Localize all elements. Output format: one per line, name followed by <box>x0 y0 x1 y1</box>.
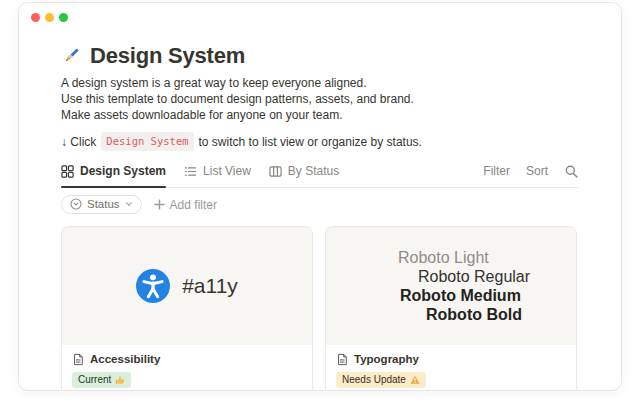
card-title-row: Accessibility <box>72 352 302 367</box>
font-sample-medium: Roboto Medium <box>400 286 576 305</box>
a11y-hashtag: #a11y <box>182 274 238 298</box>
view-tab-bar: Design System List View By Status Filter… <box>61 161 579 188</box>
font-sample-regular: Roboto Regular <box>418 267 576 286</box>
font-sample-light: Roboto Light <box>398 248 576 267</box>
card-cover: #a11y <box>62 227 312 344</box>
accessibility-icon <box>136 269 170 303</box>
card-typography[interactable]: Roboto Light Roboto Regular Roboto Mediu… <box>325 226 577 391</box>
filter-button[interactable]: Filter <box>483 164 510 178</box>
board-view-icon <box>269 165 282 178</box>
thumbs-up-icon <box>115 375 125 385</box>
hint-prefix: ↓ Click <box>61 134 96 150</box>
status-badge: Needs Update <box>336 372 426 388</box>
page-title-row: Design System <box>61 43 579 68</box>
search-icon <box>564 164 579 179</box>
status-chip-label: Status <box>87 198 120 210</box>
font-sample-bold: Roboto Bold <box>426 305 576 324</box>
tab-design-system[interactable]: Design System <box>61 161 166 187</box>
card-title: Accessibility <box>90 352 160 367</box>
card-footer: Typography Needs Update <box>326 344 576 391</box>
inline-code: Design System <box>101 132 193 151</box>
status-badge-label: Current <box>78 374 111 386</box>
view-actions: Filter Sort <box>483 164 579 185</box>
warning-icon <box>410 375 420 385</box>
tab-by-status[interactable]: By Status <box>269 161 339 187</box>
search-button[interactable] <box>564 164 579 179</box>
circle-chevron-down-icon <box>70 198 82 210</box>
card-accessibility[interactable]: #a11y Accessibility Current <box>61 226 313 391</box>
tab-label: By Status <box>288 164 339 179</box>
card-cover: Roboto Light Roboto Regular Roboto Mediu… <box>326 227 576 344</box>
gallery-view-icon <box>61 165 74 178</box>
tab-label: List View <box>203 164 251 179</box>
tab-label: Design System <box>80 164 166 179</box>
app-window: Design System A design system is a great… <box>18 2 622 391</box>
add-filter-label: Add filter <box>170 198 217 212</box>
description-line: A design system is a great way to keep e… <box>61 75 579 91</box>
gallery-view: #a11y Accessibility Current <box>61 226 579 391</box>
chevron-down-icon <box>125 200 133 208</box>
paintbrush-icon <box>61 46 81 66</box>
hint-suffix: to switch to list view or organize by st… <box>199 134 422 150</box>
page-icon <box>72 353 84 366</box>
plus-icon <box>154 199 165 210</box>
list-view-icon <box>184 165 197 178</box>
card-title-row: Typography <box>336 352 566 367</box>
status-badge-label: Needs Update <box>342 374 406 386</box>
minimize-button[interactable] <box>45 13 54 22</box>
tab-list-view[interactable]: List View <box>184 161 251 187</box>
close-button[interactable] <box>31 13 40 22</box>
page-icon <box>336 353 348 366</box>
hint-line: ↓ Click Design System to switch to list … <box>61 132 579 151</box>
maximize-button[interactable] <box>59 13 68 22</box>
window-controls <box>31 13 68 22</box>
card-footer: Accessibility Current <box>62 344 312 391</box>
window-titlebar <box>19 3 621 31</box>
filter-bar: Status Add filter <box>61 195 579 214</box>
page-description: A design system is a great way to keep e… <box>61 75 579 123</box>
status-badge: Current <box>72 372 131 388</box>
page-content: Design System A design system is a great… <box>19 43 621 391</box>
add-filter-button[interactable]: Add filter <box>154 198 217 212</box>
status-filter-chip[interactable]: Status <box>61 195 142 214</box>
sort-button[interactable]: Sort <box>526 164 548 178</box>
card-title: Typography <box>354 352 419 367</box>
description-line: Use this template to document design pat… <box>61 91 579 107</box>
page-title: Design System <box>90 43 245 68</box>
description-line: Make assets downloadable for anyone on y… <box>61 107 579 123</box>
